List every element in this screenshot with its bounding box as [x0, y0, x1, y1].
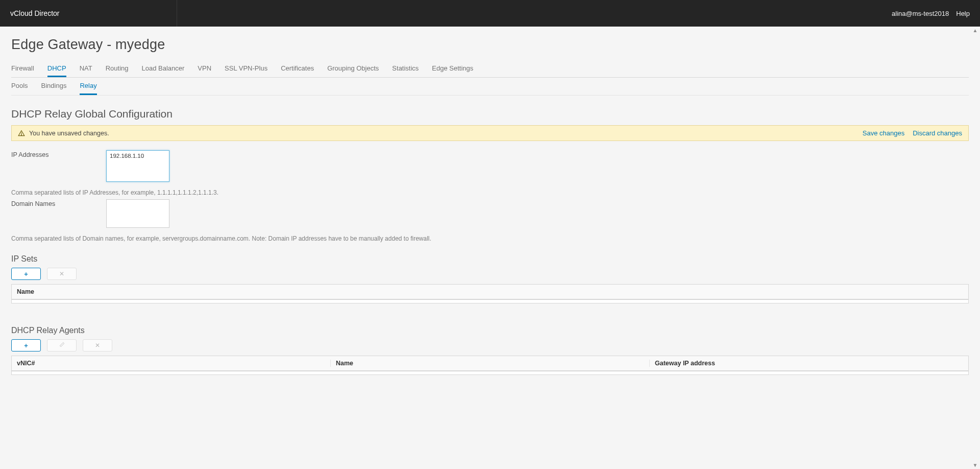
edit-icon [59, 342, 65, 349]
tab-dhcp[interactable]: DHCP [47, 61, 66, 77]
domain-names-input[interactable] [106, 199, 169, 228]
tab-vpn[interactable]: VPN [198, 61, 211, 77]
x-icon: ✕ [59, 270, 64, 277]
tab-ssl-vpn-plus[interactable]: SSL VPN-Plus [225, 61, 267, 77]
relay-agents-col-name[interactable]: Name [331, 360, 650, 367]
plus-icon: ＋ [23, 341, 29, 350]
tab-certificates[interactable]: Certificates [281, 61, 314, 77]
tabs-secondary: Pools Bindings Relay [11, 78, 969, 96]
tab-statistics[interactable]: Statistics [392, 61, 419, 77]
domain-names-label: Domain Names [11, 199, 106, 207]
tab-routing[interactable]: Routing [106, 61, 129, 77]
help-link[interactable]: Help [956, 10, 970, 17]
relay-agents-title: DHCP Relay Agents [11, 326, 969, 335]
alert-message: You have unsaved changes. [29, 130, 109, 137]
x-icon: ✕ [95, 342, 100, 349]
ip-addresses-input[interactable] [106, 150, 169, 182]
relay-agents-edit-button[interactable] [47, 339, 77, 351]
subtab-relay[interactable]: Relay [80, 78, 96, 95]
relay-agents-add-button[interactable]: ＋ [11, 339, 41, 351]
tab-edge-settings[interactable]: Edge Settings [432, 61, 473, 77]
discard-changes-link[interactable]: Discard changes [913, 129, 962, 137]
app-brand: vCloud Director [10, 0, 177, 27]
unsaved-changes-alert: You have unsaved changes. Save changes D… [11, 125, 969, 141]
subtab-bindings[interactable]: Bindings [41, 78, 67, 95]
tab-nat[interactable]: NAT [80, 61, 92, 77]
ipsets-col-name[interactable]: Name [12, 288, 968, 295]
relay-agents-remove-button[interactable]: ✕ [83, 339, 112, 351]
ipsets-add-button[interactable]: ＋ [11, 268, 41, 280]
ipsets-remove-button[interactable]: ✕ [47, 268, 77, 280]
ipsets-title: IP Sets [11, 254, 969, 264]
ip-addresses-helper: Comma separated lists of IP Addresses, f… [11, 189, 969, 196]
tab-firewall[interactable]: Firewall [11, 61, 34, 77]
tab-load-balancer[interactable]: Load Balancer [142, 61, 185, 77]
relay-agents-col-vnic[interactable]: vNIC# [12, 360, 331, 367]
tab-grouping-objects[interactable]: Grouping Objects [327, 61, 379, 77]
relay-agents-grid: vNIC# Name Gateway IP address [11, 356, 969, 375]
tabs-primary: Firewall DHCP NAT Routing Load Balancer … [11, 61, 969, 78]
relay-agents-col-gateway[interactable]: Gateway IP address [650, 360, 968, 367]
plus-icon: ＋ [23, 270, 29, 278]
save-changes-link[interactable]: Save changes [863, 129, 904, 137]
domain-names-helper: Comma separated lists of Domain names, f… [11, 235, 969, 242]
ipsets-grid: Name [11, 284, 969, 303]
subtab-pools[interactable]: Pools [11, 78, 28, 95]
warning-icon [18, 130, 25, 137]
section-title: DHCP Relay Global Configuration [11, 108, 969, 120]
svg-point-1 [21, 134, 22, 135]
page-title: Edge Gateway - myedge [11, 37, 969, 53]
user-menu[interactable]: alina@ms-test2018 [892, 10, 949, 17]
app-header: vCloud Director alina@ms-test2018 Help [0, 0, 980, 27]
ip-addresses-label: IP Addresses [11, 150, 106, 158]
